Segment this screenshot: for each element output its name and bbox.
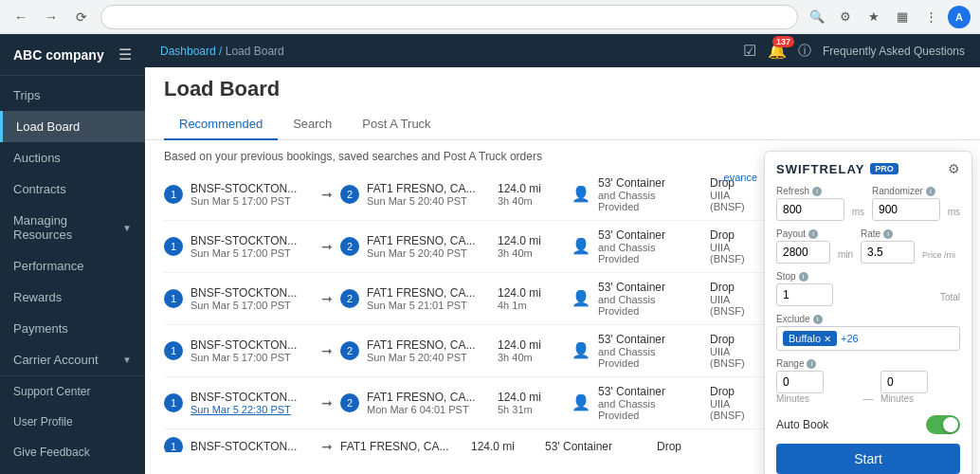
sidebar: ABC company ☰ Trips Load Board Auctions … [0, 34, 145, 474]
load-type-3: 53' Container and Chassis Provided [598, 281, 702, 317]
tab-post-a-truck[interactable]: Post A Truck [347, 109, 445, 140]
load-drop-5: Drop UIIA (BNSF) [710, 385, 767, 421]
rate-input[interactable] [861, 241, 915, 264]
payout-input[interactable] [776, 241, 830, 264]
load-distance-4: 124.0 mi 3h 40m [498, 338, 564, 363]
load-number-2: 1 [164, 237, 183, 256]
start-button[interactable]: Start [776, 444, 960, 474]
range-row: Range i Minutes — Minutes [776, 358, 960, 408]
refresh-button[interactable]: ⟳ [70, 6, 93, 28]
randomizer-label: Randomizer i [872, 186, 940, 196]
sidebar-item-auctions[interactable]: Auctions [0, 142, 145, 173]
container-type-1: 53' Container [598, 176, 702, 190]
sidebar-item-support-center[interactable]: Support Center [0, 376, 145, 407]
notification-badge: 137 [772, 36, 794, 47]
load-distance-3: 124.0 mi 4h 1m [498, 286, 564, 311]
menu-icon[interactable]: ☰ [118, 46, 132, 64]
dest-name-6: FAT1 FRESNO, CA... [340, 440, 463, 452]
dest-date-5: Mon Mar 6 04:01 PST [367, 404, 490, 415]
sidebar-item-carrier-account[interactable]: Carrier Account ▼ [0, 344, 145, 375]
breadcrumb-sep: / [219, 45, 226, 58]
arrow-icon-5: ➞ [321, 395, 333, 410]
container-sub-2: and Chassis [598, 242, 702, 253]
sidebar-item-trips[interactable]: Trips [0, 80, 145, 111]
load-dest-num-3: 2 [340, 289, 359, 308]
user-avatar[interactable]: A [948, 6, 971, 28]
provided-5: Provided [598, 410, 702, 421]
sidebar-bottom: Support Center User Profile Give Feedbac… [0, 375, 145, 474]
rate-field: Rate i [861, 228, 915, 264]
load-number-6: 1 [164, 437, 183, 452]
autobook-toggle[interactable] [926, 415, 960, 434]
address-bar[interactable] [100, 5, 798, 29]
dest-date-4: Sun Mar 5 20:40 PST [367, 352, 490, 363]
extension-icon[interactable]: ⚙ [834, 6, 857, 28]
sidebar-item-contracts[interactable]: Contracts [0, 173, 145, 205]
faq-link[interactable]: Frequently Asked Questions [823, 45, 965, 58]
load-distance-2: 124.0 mi 3h 40m [498, 234, 564, 259]
payout-info-icon: i [808, 229, 818, 239]
carrier-4: UIIA (BNSF) [710, 346, 767, 369]
settings-icon[interactable]: ⋮ [919, 6, 942, 28]
load-origin-3: BNSF-STOCKTON... Sun Mar 5 17:00 PST [191, 286, 314, 311]
range-from-input[interactable] [776, 371, 824, 393]
load-dest-4: FAT1 FRESNO, CA... Sun Mar 5 20:40 PST [367, 338, 490, 363]
origin-date-3: Sun Mar 5 17:00 PST [191, 300, 314, 311]
settings-gear-icon[interactable]: ⚙ [948, 161, 960, 176]
load-origin-6: BNSF-STOCKTON... [191, 440, 314, 452]
autobook-label: Auto Book [776, 418, 828, 431]
stop-input[interactable] [776, 283, 833, 306]
tab-search[interactable]: Search [278, 109, 347, 140]
tag-close-icon[interactable]: ✕ [824, 334, 831, 344]
sidebar-item-user-profile[interactable]: User Profile [0, 407, 145, 437]
sidebar-item-managing-resources[interactable]: Managing Resources ▼ [0, 205, 145, 250]
drop-label-4: Drop [710, 333, 767, 346]
dest-date-1: Sun Mar 5 20:40 PST [367, 195, 490, 207]
page-title: Load Board [164, 77, 961, 101]
carrier-3: UIIA (BNSF) [710, 294, 767, 317]
panel-header: SWIFTRELAY PRO ⚙ [776, 161, 960, 176]
origin-date-5[interactable]: Sun Mar 5 22:30 PST [191, 404, 314, 415]
sidebar-item-payments[interactable]: Payments [0, 313, 145, 344]
top-header: Dashboard / Load Board ☑ 🔔 137 ⓘ Frequen… [145, 34, 980, 67]
sidebar-nav: Trips Load Board Auctions Contracts Mana… [0, 76, 145, 375]
load-number-4: 1 [164, 341, 183, 360]
search-browser-icon[interactable]: 🔍 [806, 6, 828, 28]
carrier-1: UIIA (BNSF) [710, 190, 767, 212]
load-dest-num-5: 2 [340, 393, 359, 412]
origin-date-1: Sun Mar 5 17:00 PST [191, 195, 314, 207]
tab-icon[interactable]: ▦ [891, 6, 914, 28]
provided-4: Provided [598, 357, 702, 369]
breadcrumb-home[interactable]: Dashboard [160, 45, 216, 58]
main-content: Dashboard / Load Board ☑ 🔔 137 ⓘ Frequen… [145, 34, 980, 474]
randomizer-input[interactable] [872, 198, 940, 221]
randomizer-unit: ms [948, 207, 960, 221]
sidebar-item-performance[interactable]: Performance [0, 250, 145, 282]
refresh-field: Refresh i [776, 186, 844, 221]
sidebar-item-sign-out[interactable]: Sign out [0, 467, 145, 474]
back-button[interactable]: ← [9, 6, 32, 28]
exclude-row: Exclude i Buffalo ✕ +26 [776, 314, 960, 351]
sidebar-item-rewards[interactable]: Rewards [0, 282, 145, 313]
sidebar-item-load-board[interactable]: Load Board [0, 111, 145, 142]
tab-recommended[interactable]: Recommended [164, 109, 278, 140]
origin-name-3: BNSF-STOCKTON... [191, 286, 314, 300]
sidebar-item-give-feedback[interactable]: Give Feedback [0, 437, 145, 467]
star-icon[interactable]: ★ [862, 6, 885, 28]
load-origin-1: BNSF-STOCKTON... Sun Mar 5 17:00 PST [191, 182, 314, 207]
refresh-input[interactable] [776, 198, 844, 221]
range-to-input[interactable] [880, 371, 928, 393]
notification-bell[interactable]: 🔔 137 [768, 42, 787, 60]
page-header: Load Board Recommended Search Post A Tru… [145, 67, 980, 140]
load-dest-num-4: 2 [340, 341, 359, 360]
forward-button[interactable]: → [40, 6, 63, 28]
load-distance-6: 124.0 mi [471, 440, 537, 452]
relevance-hint[interactable]: ...evance [715, 172, 757, 183]
exclude-tags[interactable]: Buffalo ✕ +26 [776, 326, 960, 351]
arrow-icon-6: ➞ [321, 439, 333, 452]
container-type-6: 53' Container [545, 440, 649, 452]
load-dest-6: FAT1 FRESNO, CA... [340, 440, 463, 452]
container-sub-4: and Chassis [598, 346, 702, 357]
distance-value-1: 124.0 mi [498, 182, 564, 195]
checkbox-icon[interactable]: ☑ [743, 42, 756, 60]
